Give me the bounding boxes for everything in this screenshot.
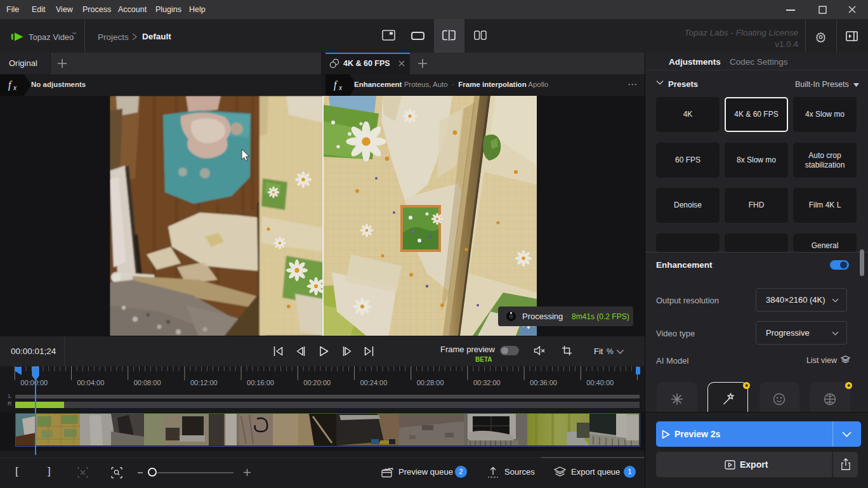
svg-text:00:28:00: 00:28:00 (417, 379, 444, 386)
svg-text:x: x (13, 84, 17, 91)
svg-text:00:24:00: 00:24:00 (360, 379, 388, 386)
svg-text:00:32:00: 00:32:00 (473, 379, 501, 386)
svg-text:00:16:00: 00:16:00 (247, 379, 274, 386)
svg-text:x: x (338, 84, 343, 91)
svg-text:00:04:00: 00:04:00 (77, 379, 105, 386)
svg-text:00:08:00: 00:08:00 (134, 379, 161, 386)
svg-text:00:40:00: 00:40:00 (586, 379, 614, 386)
svg-text:00:20:00: 00:20:00 (303, 379, 331, 386)
svg-text:00:36:00: 00:36:00 (530, 379, 557, 386)
svg-text:00:12:00: 00:12:00 (190, 379, 218, 386)
